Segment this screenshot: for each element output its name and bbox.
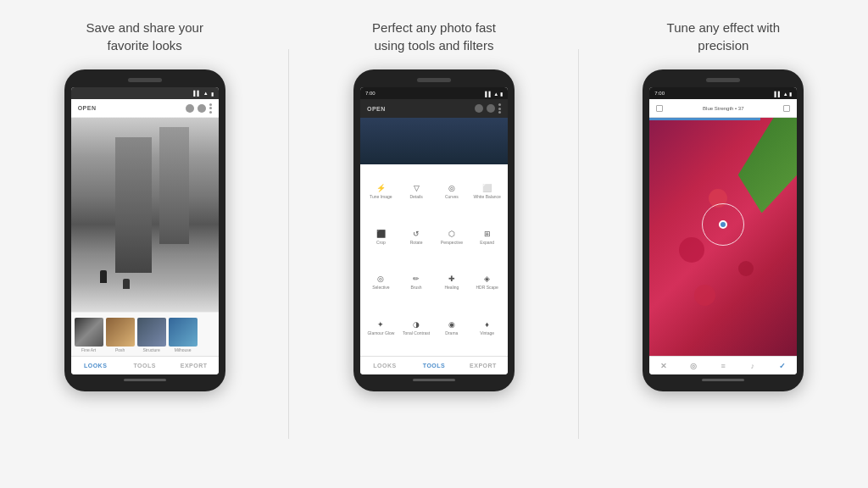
more-dot-2 bbox=[209, 107, 212, 109]
panel-3-title-line2: precision bbox=[667, 36, 780, 54]
nav-tools-1[interactable]: TOOLS bbox=[120, 357, 170, 374]
hdr-icon: ◈ bbox=[484, 275, 490, 283]
nav-tools-2[interactable]: TOOLS bbox=[409, 357, 459, 374]
look-posh-label: Posh bbox=[115, 347, 125, 352]
signal-icon-2: ▌▌ ▲ ▮ bbox=[485, 91, 503, 97]
expand-icon: ⊞ bbox=[484, 230, 491, 238]
nav-cancel-3[interactable]: ✕ bbox=[649, 357, 679, 374]
phone-2-speaker bbox=[417, 78, 451, 82]
nav-circle-3[interactable]: ◎ bbox=[679, 357, 709, 374]
look-structure[interactable]: Structure bbox=[137, 318, 166, 352]
look-milhouse[interactable]: Milhouse bbox=[169, 318, 198, 352]
tool-expand[interactable]: ⊞ Expand bbox=[470, 215, 504, 260]
tools-grid: ⚡ Tune Image ▽ Details ◎ Curves ⬜ White … bbox=[360, 164, 508, 356]
tool-tonal-contrast[interactable]: ◑ Tonal Contrast bbox=[399, 306, 434, 351]
phone-3-speaker bbox=[706, 78, 740, 82]
look-fine-art[interactable]: Fine Art bbox=[75, 318, 103, 352]
panel-3-title-line1: Tune any effect with bbox=[667, 19, 780, 36]
tool-perspective[interactable]: ⬡ Perspective bbox=[434, 215, 469, 260]
phone-3-home-bar bbox=[702, 379, 744, 381]
crop-label: Crop bbox=[376, 240, 386, 245]
panel-1-title-line1: Save and share your bbox=[86, 19, 203, 36]
hdr-label: HDR Scape bbox=[476, 285, 498, 290]
tune-image-label: Tune Image bbox=[370, 194, 392, 199]
panel-1-title-line2: favorite looks bbox=[86, 36, 203, 54]
tool-selective[interactable]: ◎ Selective bbox=[364, 261, 398, 306]
tool-curves[interactable]: ◎ Curves bbox=[434, 169, 469, 214]
nav-looks-2[interactable]: LOOKS bbox=[360, 357, 409, 374]
look-structure-label: Structure bbox=[143, 347, 160, 352]
healing-icon: ✚ bbox=[448, 275, 455, 283]
phone-2-home-bar bbox=[413, 379, 455, 381]
nav-looks-1[interactable]: LOOKS bbox=[71, 357, 120, 374]
help-icon-2 bbox=[487, 104, 495, 113]
bottom-nav-2: LOOKS TOOLS EXPORT bbox=[360, 356, 508, 374]
toolbar-icons-1 bbox=[186, 103, 212, 114]
tool-hdr[interactable]: ◈ HDR Scape bbox=[470, 261, 504, 306]
panel-2-title-line2: using tools and filters bbox=[372, 36, 496, 54]
more-dot-2-1 bbox=[498, 103, 501, 106]
wb-icon: ⬜ bbox=[482, 185, 492, 192]
tune-handle-inner bbox=[719, 220, 727, 229]
perspective-icon: ⬡ bbox=[448, 230, 455, 238]
phone-3-status-bar: 7:00 ▌▌ ▲ ▮ bbox=[649, 87, 797, 99]
expand-label: Expand bbox=[480, 240, 494, 245]
glamour-label: Glamour Glow bbox=[367, 330, 394, 336]
phone-1-speaker bbox=[128, 78, 162, 82]
drama-label: Drama bbox=[445, 330, 458, 336]
battery-icon: ▮ bbox=[211, 91, 214, 97]
phone-2: 7:00 ▌▌ ▲ ▮ OPEN bbox=[353, 69, 515, 391]
brush-label: Brush bbox=[411, 285, 422, 290]
phone-3: 7:00 ▌▌ ▲ ▮ Blue Strength • 37 bbox=[643, 69, 804, 391]
tool-healing[interactable]: ✚ Healing bbox=[434, 261, 469, 306]
phone-1-status-bar: ▌▌ ▲ ▮ bbox=[71, 87, 219, 99]
look-milhouse-label: Milhouse bbox=[175, 347, 192, 352]
brush-icon: ✏ bbox=[413, 275, 420, 283]
phone-2-status-bar: 7:00 ▌▌ ▲ ▮ bbox=[360, 87, 508, 99]
tool-brush[interactable]: ✏ Brush bbox=[399, 261, 434, 306]
nav-export-1[interactable]: EXPORT bbox=[170, 357, 219, 374]
wifi-icon: ▲ bbox=[203, 91, 209, 96]
tool-tune-image[interactable]: ⚡ Tune Image bbox=[364, 169, 398, 214]
tool-drama[interactable]: ◉ Drama bbox=[434, 306, 469, 351]
curves-label: Curves bbox=[445, 194, 459, 199]
look-posh[interactable]: Posh bbox=[106, 318, 135, 352]
nav-export-2[interactable]: EXPORT bbox=[459, 357, 508, 374]
nav-music-3[interactable]: ♪ bbox=[738, 357, 768, 374]
selective-label: Selective bbox=[372, 285, 389, 290]
rotate-label: Rotate bbox=[410, 240, 423, 245]
panel-tune: Tune any effect with precision 7:00 ▌▌ ▲… bbox=[579, 0, 868, 488]
nav-confirm-3[interactable]: ✓ bbox=[768, 357, 798, 374]
tool-crop[interactable]: ⬛ Crop bbox=[364, 215, 398, 260]
details-label: Details bbox=[409, 194, 422, 199]
panel-3-title: Tune any effect with precision bbox=[667, 19, 780, 54]
tool-details[interactable]: ▽ Details bbox=[399, 169, 434, 214]
perspective-label: Perspective bbox=[441, 240, 463, 245]
phone-2-screen: 7:00 ▌▌ ▲ ▮ OPEN bbox=[360, 87, 508, 374]
looks-strip: Fine Art Posh Structure Milhouse bbox=[71, 312, 219, 356]
face-icon-2 bbox=[475, 104, 483, 113]
curves-icon: ◎ bbox=[448, 185, 455, 192]
nav-list-3[interactable]: ≡ bbox=[709, 357, 738, 374]
panel-1-title: Save and share your favorite looks bbox=[86, 19, 203, 54]
phone-1: ▌▌ ▲ ▮ OPEN bbox=[64, 69, 225, 391]
tune-handle[interactable] bbox=[702, 203, 744, 246]
strength-label: Blue Strength • 37 bbox=[703, 106, 743, 111]
open-label-1: OPEN bbox=[78, 105, 97, 111]
tool-vintage[interactable]: ♦ Vintage bbox=[470, 306, 504, 351]
strength-toolbar: Blue Strength • 37 bbox=[649, 99, 797, 118]
corner-icon-right bbox=[783, 105, 790, 112]
tool-rotate[interactable]: ↺ Rotate bbox=[399, 215, 434, 260]
tonal-icon: ◑ bbox=[413, 321, 420, 329]
app-toolbar-1: OPEN bbox=[71, 99, 219, 118]
photo-person-1 bbox=[100, 270, 107, 283]
tool-white-balance[interactable]: ⬜ White Balance bbox=[470, 169, 504, 214]
panel-2-title: Perfect any photo fast using tools and f… bbox=[372, 19, 496, 54]
drama-icon: ◉ bbox=[448, 321, 455, 329]
flower-1 bbox=[679, 237, 704, 263]
green-foliage bbox=[738, 118, 798, 213]
photo-bw bbox=[71, 118, 219, 312]
tool-glamour-glow[interactable]: ✦ Glamour Glow bbox=[364, 306, 398, 351]
blue-progress-bar bbox=[649, 118, 760, 120]
toolbar-icons-2 bbox=[475, 103, 501, 114]
